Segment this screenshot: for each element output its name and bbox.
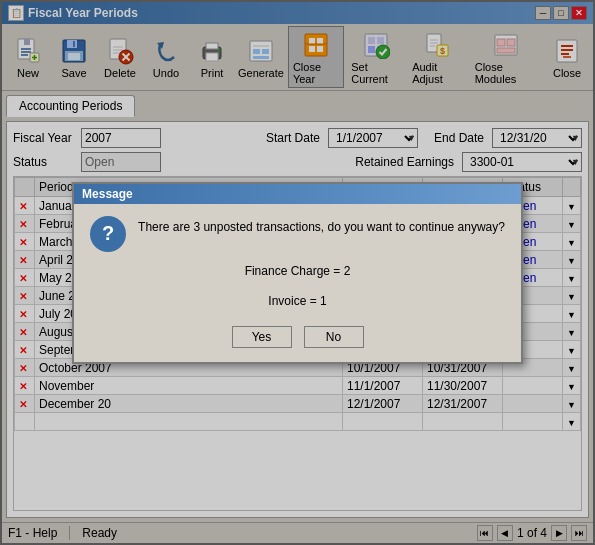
modal-overlay: Message ? There are 3 unposted transacti… bbox=[0, 0, 595, 545]
modal-buttons: Yes No bbox=[90, 320, 505, 350]
modal-content-row: ? There are 3 unposted transactions, do … bbox=[90, 216, 505, 252]
modal-body: ? There are 3 unposted transactions, do … bbox=[74, 204, 521, 362]
modal-title: Message bbox=[74, 184, 521, 204]
modal-info-icon: ? bbox=[90, 216, 126, 252]
modal-message: There are 3 unposted transactions, do yo… bbox=[138, 216, 505, 234]
modal-detail-invoice: Invoice = 1 bbox=[90, 290, 505, 312]
no-button[interactable]: No bbox=[304, 326, 364, 348]
yes-button[interactable]: Yes bbox=[232, 326, 292, 348]
message-dialog: Message ? There are 3 unposted transacti… bbox=[72, 182, 523, 364]
modal-detail-finance: Finance Charge = 2 bbox=[90, 260, 505, 282]
